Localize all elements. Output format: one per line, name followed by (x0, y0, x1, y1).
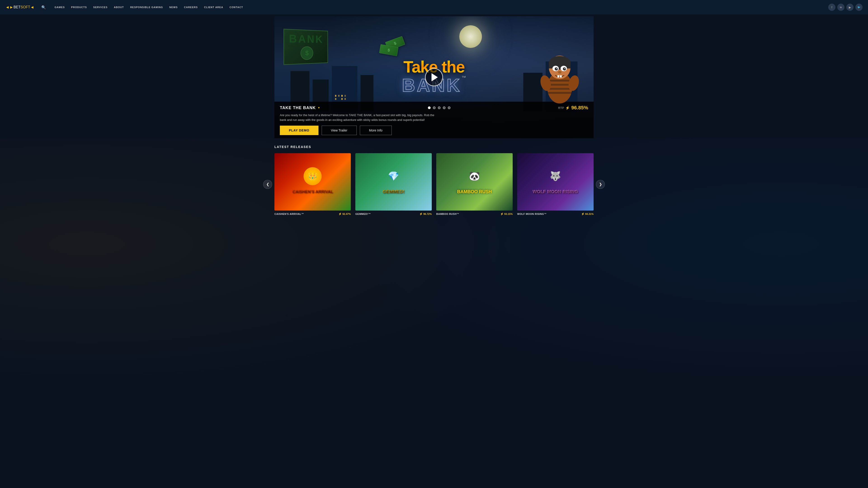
caishens-name: CAISHEN'S ARRIVAL™ (274, 213, 304, 215)
dot-3[interactable] (438, 106, 440, 109)
nav-about[interactable]: ABOUT (111, 6, 127, 8)
svg-rect-1 (547, 80, 572, 82)
hero-action-buttons: Play Demo View Trailer More Info (280, 126, 588, 135)
bill-2: $ (379, 44, 399, 56)
gemmed-emblem: 💎 (384, 167, 403, 185)
game-thumbnail-caishens: 👑 CAISHEN'S ARRIVAL (274, 153, 351, 210)
nav-services[interactable]: SERVICES (90, 6, 111, 8)
dollar-sign-icon: $ (305, 50, 309, 57)
svg-rect-4 (547, 92, 572, 94)
svg-point-12 (556, 68, 557, 69)
gemmed-art: 💎 GEMMED! (376, 162, 411, 201)
bamboo-name: BAMBOO RUSH™ (436, 213, 459, 215)
video-play-button[interactable] (425, 68, 443, 86)
svg-point-11 (563, 67, 566, 70)
nav-contact[interactable]: CONTACT (226, 6, 246, 8)
game-card-wolf[interactable]: 🐺 WOLF MOON RISING WOLF MOON RISING™ ⚡ 9… (517, 153, 594, 216)
rtp-lightning-icon-1: ⚡ (338, 213, 342, 216)
rtp-lightning-icon-4: ⚡ (581, 213, 585, 216)
game-card-gemmed[interactable]: 💎 GEMMED! GEMMED!™ ⚡ 96.72% (355, 153, 432, 216)
wolf-emblem: 🐺 (546, 167, 564, 185)
youtube-button[interactable]: ▶ (846, 4, 854, 11)
caishens-rtp-value: 92.47% (342, 213, 351, 215)
gemmed-rtp-value: 96.72% (423, 213, 432, 215)
svg-rect-7 (549, 63, 570, 68)
bamboo-symbol: 🐼 (469, 171, 480, 182)
twitter-icon: 🐦 (857, 6, 861, 9)
caishens-symbol: 👑 (308, 172, 317, 181)
cash-bills-2: $ (380, 46, 398, 55)
game-thumbnail-gemmed: 💎 GEMMED! (355, 153, 432, 210)
wolf-info: WOLF MOON RISING™ ⚡ 94.31% (517, 213, 594, 216)
rtp-lightning-icon-3: ⚡ (500, 213, 504, 216)
youtube-icon: ▶ (849, 6, 851, 9)
latest-releases-section: LATEST RELEASES ❮ 👑 CAISHEN'S ARRIVAL (269, 138, 599, 222)
wolf-symbol: 🐺 (550, 171, 561, 182)
hero-section: BANK $ Take the BANK ™ (274, 16, 594, 138)
main-nav: GAMES PRODUCTS SERVICES ABOUT RESPONSIBL… (51, 6, 828, 8)
logo-arrows-right: ◄ (30, 5, 34, 10)
wolf-art: 🐺 WOLF MOON RISING (526, 162, 585, 201)
logo-bet: BET (13, 5, 21, 9)
nav-responsible-gaming[interactable]: RESPONSIBLE GAMING (127, 6, 166, 8)
caishens-emblem: 👑 (304, 167, 322, 185)
nav-games[interactable]: GAMES (51, 6, 68, 8)
nav-news[interactable]: NEWS (166, 6, 181, 8)
hero-description: Are you ready for the heist of a lifetim… (280, 113, 438, 123)
linkedin-button[interactable]: in (837, 4, 844, 11)
caishens-info: CAISHEN'S ARRIVAL™ ⚡ 92.47% (274, 213, 351, 216)
wolf-rtp-value: 94.31% (585, 213, 594, 215)
game-card-bamboo[interactable]: 🐼 BAMBOO RUSH BAMBOO RUSH™ ⚡ 93.15% (436, 153, 513, 216)
svg-point-13 (564, 68, 565, 69)
twitter-button[interactable]: 🐦 (855, 4, 863, 11)
more-info-button[interactable]: More Info (360, 126, 392, 135)
bamboo-emblem: 🐼 (465, 167, 484, 185)
game-thumbnail-bamboo: 🐼 BAMBOO RUSH (436, 153, 513, 210)
hero-container: BANK $ Take the BANK ™ (269, 14, 599, 138)
chevron-right-icon: ❯ (599, 182, 602, 186)
dot-4[interactable] (443, 106, 445, 109)
game-thumbnail-wolf: 🐺 WOLF MOON RISING (517, 153, 594, 210)
nav-client-area[interactable]: CLIENT AREA (201, 6, 226, 8)
wolf-title: WOLF MOON RISING (530, 187, 580, 197)
carousel-next-button[interactable]: ❯ (596, 180, 605, 189)
dot-5[interactable] (448, 106, 451, 109)
bamboo-title: BAMBOO RUSH (455, 187, 494, 197)
caishens-title: CAISHEN'S ARRIVAL (290, 187, 335, 196)
bamboo-rtp: ⚡ 93.15% (500, 213, 513, 216)
gemmed-symbol: 💎 (388, 171, 399, 182)
bamboo-rtp-value: 93.15% (504, 213, 513, 215)
svg-point-14 (558, 71, 561, 74)
caishens-rtp: ⚡ 92.47% (338, 213, 351, 216)
svg-rect-15 (557, 75, 559, 77)
hero-moon (459, 25, 482, 48)
bank-sign-text: BANK (289, 32, 323, 45)
hero-outer: BANK $ Take the BANK ™ (0, 14, 868, 138)
play-demo-button[interactable]: Play Demo (280, 126, 318, 135)
facebook-button[interactable]: f (828, 4, 835, 11)
games-carousel: ❮ 👑 CAISHEN'S ARRIVAL CAISHEN'S ARRIVAL™ (274, 153, 594, 216)
game-card-caishens[interactable]: 👑 CAISHEN'S ARRIVAL CAISHEN'S ARRIVAL™ ⚡… (274, 153, 351, 216)
nav-careers[interactable]: CAREERS (181, 6, 201, 8)
dot-2[interactable] (433, 106, 436, 109)
search-button[interactable]: 🔍 (41, 5, 46, 9)
facebook-icon: f (831, 6, 832, 9)
bank-sign-container: BANK $ (283, 30, 331, 64)
svg-point-10 (555, 67, 558, 70)
dot-1[interactable] (428, 106, 431, 109)
hero-character-container (539, 47, 580, 111)
bank-sign: BANK $ (283, 29, 328, 65)
logo[interactable]: ◄► BET SOFT ◄ (5, 5, 34, 10)
view-trailer-button[interactable]: View Trailer (322, 126, 357, 135)
character-svg (539, 47, 580, 110)
bamboo-art: 🐼 BAMBOO RUSH (450, 162, 498, 201)
game-name-badge[interactable]: TAKE THE BANK ▼ (280, 105, 320, 110)
wolf-rtp: ⚡ 94.31% (581, 213, 594, 216)
social-links: f in ▶ 🐦 (828, 4, 863, 11)
gemmed-info: GEMMED!™ ⚡ 96.72% (355, 213, 432, 216)
carousel-prev-button[interactable]: ❮ (263, 180, 272, 189)
game-name-label: TAKE THE BANK (280, 105, 316, 110)
games-grid: 👑 CAISHEN'S ARRIVAL CAISHEN'S ARRIVAL™ ⚡… (274, 153, 594, 216)
nav-products[interactable]: PRODUCTS (68, 6, 90, 8)
linkedin-icon: in (840, 6, 842, 8)
